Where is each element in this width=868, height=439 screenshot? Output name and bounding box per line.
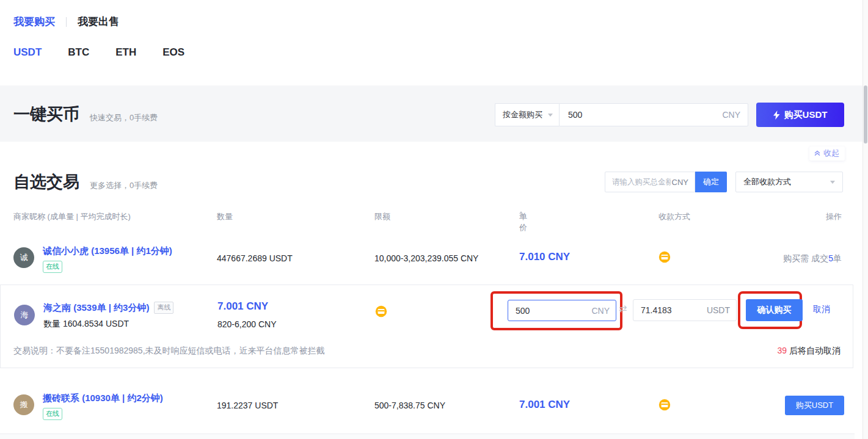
header-payment: 收款方式 [658, 211, 690, 222]
bank-card-icon [375, 305, 387, 319]
coin-tab-eos[interactable]: EOS [162, 46, 184, 59]
otc-title: 自选交易 [13, 171, 79, 193]
limit-cell: 500-7,838.75 CNY [374, 401, 445, 410]
amount-line: 数量 1604.8534 USDT [43, 319, 129, 330]
scrollbar-thumb[interactable] [864, 85, 867, 143]
header-amount: 数量 [217, 211, 233, 222]
quick-buy-section: 一键买币 快速交易，0手续费 按金额购买 CNY 购买USDT [0, 85, 868, 142]
total-amount-filter-field: CNY [605, 172, 695, 192]
otc-subtitle: 更多选择，0手续费 [90, 180, 158, 191]
limit-cell: 10,000-3,203,239.055 CNY [374, 253, 478, 263]
coin-tab-usdt[interactable]: USDT [13, 46, 42, 59]
chevron-down-icon [548, 114, 553, 117]
tab-buy[interactable]: 我要购买 [13, 15, 55, 29]
next-row-edge [0, 434, 855, 439]
exchange-icon: ⇄ [619, 303, 627, 314]
receive-currency-suffix: USDT [707, 305, 730, 315]
tab-divider [66, 17, 67, 27]
receive-amount-input[interactable] [641, 305, 707, 315]
bank-card-icon [658, 399, 671, 413]
payment-method-select[interactable]: 全部收款方式 [735, 172, 843, 192]
quick-buy-button[interactable]: 购买USDT [756, 103, 844, 127]
quick-buy-title: 一键买币 [13, 103, 79, 125]
buy-mode-select[interactable]: 按金额购买 [495, 103, 559, 126]
amount-cell: 191.2237 USDT [217, 401, 278, 410]
buy-mode-select-value: 按金额购买 [503, 109, 542, 120]
tab-sell[interactable]: 我要出售 [78, 15, 119, 29]
status-badge: 在线 [43, 408, 62, 420]
table-row: 搬 搬砖联系 (10930单 | 约2分钟) 在线 191.2237 USDT … [0, 380, 855, 430]
countdown-suffix: 后将自动取消 [787, 346, 841, 355]
table-row: 诚 诚信小小虎 (13956单 | 约1分钟) 在线 447667.2689 U… [0, 234, 855, 283]
scrollbar-track[interactable] [863, 0, 868, 439]
sort-icon [519, 211, 523, 217]
avatar[interactable]: 海 [14, 305, 35, 325]
merchant-name: 海之南 (3539单 | 约3分钟) [43, 302, 149, 313]
otc-trading-page: 我要购买 我要出售 USDT BTC ETH EOS 一键买币 快速交易，0手续… [0, 0, 868, 439]
pay-amount-field: CNY [508, 300, 616, 321]
quick-buy-currency-suffix: CNY [722, 110, 740, 120]
action-count: 5 [828, 253, 833, 263]
coin-tab-btc[interactable]: BTC [68, 46, 89, 59]
quick-buy-amount-input[interactable] [568, 110, 722, 120]
avatar[interactable]: 诚 [13, 247, 34, 268]
auto-cancel-countdown: 39 后将自动取消 [778, 346, 841, 357]
table-row-expanded: 海 海之南 (3539单 | 约3分钟)离线 数量 1604.8534 USDT… [0, 285, 853, 368]
collapse-button[interactable]: 收起 [809, 147, 845, 161]
receive-amount-field: USDT [633, 299, 737, 321]
countdown-seconds: 39 [778, 346, 787, 355]
cancel-link[interactable]: 取消 [813, 304, 830, 315]
bank-card-icon [658, 251, 671, 265]
price-cell: 7.010 CNY [519, 251, 570, 263]
amount-cell: 447667.2689 USDT [217, 253, 293, 263]
header-limit: 限额 [374, 211, 390, 222]
header-merchant: 商家昵称 (成单量 | 平均完成时长) [13, 211, 131, 222]
chevron-down-icon [830, 181, 835, 184]
total-amount-filter-input[interactable] [612, 178, 671, 186]
confirm-buy-button[interactable]: 确认购买 [746, 299, 803, 321]
quick-buy-amount-field: CNY [559, 103, 748, 126]
price-cell: 7.001 CNY [519, 399, 570, 411]
coin-tab-eth[interactable]: ETH [115, 46, 136, 59]
action-suffix: 单 [833, 253, 842, 263]
lightning-icon [773, 111, 780, 120]
merchant-name-link[interactable]: 搬砖联系 (10930单 | 约2分钟) [43, 393, 163, 404]
merchant-name-link[interactable]: 海之南 (3539单 | 约3分钟)离线 [43, 302, 173, 314]
action-prefix: 购买需 成交 [783, 253, 828, 263]
status-badge: 离线 [154, 302, 173, 314]
buy-usdt-button[interactable]: 购买USDT [785, 396, 844, 415]
payment-method-select-value: 全部收款方式 [743, 176, 791, 187]
quick-buy-subtitle: 快速交易，0手续费 [90, 112, 158, 123]
trade-note-text: 交易说明：不要备注15501982985,未及时响应短信或电话，近来平台信息常被… [13, 346, 325, 357]
header-action: 操作 [826, 211, 842, 222]
quick-buy-button-label: 购买USDT [784, 109, 828, 121]
filter-confirm-button[interactable]: 确定 [695, 172, 727, 192]
action-requirement-text: 购买需 成交5单 [783, 253, 842, 264]
pay-amount-input[interactable] [516, 306, 591, 316]
pay-currency-suffix: CNY [591, 306, 610, 316]
amount-label: 数量 [43, 319, 60, 328]
avatar[interactable]: 搬 [13, 394, 34, 415]
merchant-name-link[interactable]: 诚信小小虎 (13956单 | 约1分钟) [43, 245, 172, 257]
coin-tabs: USDT BTC ETH EOS [13, 46, 184, 59]
status-badge: 在线 [43, 261, 62, 273]
filter-currency-suffix: CNY [672, 178, 688, 187]
chevron-double-up-icon [814, 150, 821, 157]
collapse-label: 收起 [823, 148, 839, 159]
table-header: 商家昵称 (成单量 | 平均完成时长) 数量 限额 单价 收款方式 操作 [0, 211, 855, 223]
price-cell: 7.001 CNY [217, 300, 268, 313]
trade-direction-tabs: 我要购买 我要出售 [13, 15, 119, 29]
limit-cell: 820-6,200 CNY [217, 319, 277, 329]
amount-value: 1604.8534 USDT [63, 319, 129, 328]
